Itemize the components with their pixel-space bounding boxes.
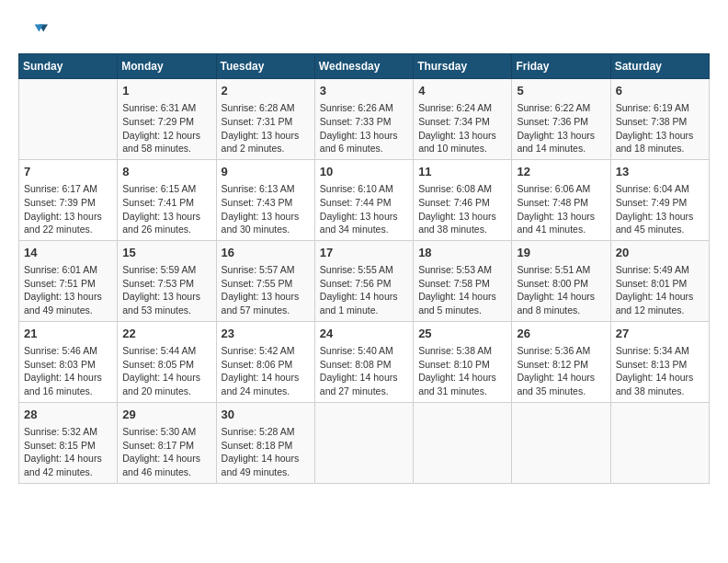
header-wednesday: Wednesday (314, 54, 413, 79)
day-info: and 14 minutes. (517, 142, 605, 155)
calendar-header: SundayMondayTuesdayWednesdayThursdayFrid… (19, 54, 710, 79)
day-info: and 1 minute. (320, 304, 408, 317)
day-info: Daylight: 14 hours (517, 371, 605, 385)
day-number: 23 (222, 326, 310, 342)
day-info: and 6 minutes. (320, 142, 408, 155)
header-monday: Monday (118, 54, 216, 79)
calendar-cell: 29Sunrise: 5:30 AMSunset: 8:17 PMDayligh… (118, 402, 216, 483)
day-number: 9 (222, 164, 310, 180)
calendar-cell: 3Sunrise: 6:26 AMSunset: 7:33 PMDaylight… (314, 79, 413, 160)
header-saturday: Saturday (610, 54, 709, 79)
day-info: Sunrise: 6:01 AM (24, 263, 112, 277)
day-number: 22 (122, 326, 210, 342)
day-info: Sunrise: 6:15 AM (122, 182, 210, 196)
day-info: Daylight: 14 hours (517, 290, 605, 304)
day-info: Daylight: 14 hours (616, 371, 704, 385)
day-number: 1 (122, 83, 210, 99)
day-info: and 24 minutes. (222, 385, 310, 398)
day-number: 24 (320, 326, 408, 342)
day-info: Sunset: 8:03 PM (24, 358, 112, 372)
day-number: 14 (24, 245, 112, 261)
day-info: and 16 minutes. (24, 385, 112, 398)
day-info: Sunset: 8:12 PM (517, 358, 605, 372)
day-info: Daylight: 14 hours (418, 371, 506, 385)
day-info: Daylight: 13 hours (616, 129, 704, 143)
day-info: Sunset: 7:29 PM (122, 115, 210, 129)
day-info: Sunset: 8:17 PM (122, 439, 210, 453)
day-info: Daylight: 13 hours (222, 290, 310, 304)
calendar-body: 1Sunrise: 6:31 AMSunset: 7:29 PMDaylight… (19, 79, 710, 484)
day-number: 5 (517, 83, 605, 99)
day-info: Sunrise: 5:28 AM (222, 425, 310, 439)
header-sunday: Sunday (19, 54, 118, 79)
day-info: and 30 minutes. (222, 223, 310, 236)
day-number: 8 (122, 164, 210, 180)
day-number: 16 (222, 245, 310, 261)
calendar-cell: 30Sunrise: 5:28 AMSunset: 8:18 PMDayligh… (216, 402, 314, 483)
day-info: Daylight: 14 hours (616, 290, 704, 304)
day-info: Sunset: 7:55 PM (222, 277, 310, 291)
day-info: and 45 minutes. (616, 223, 704, 236)
day-info: Sunset: 8:06 PM (222, 358, 310, 372)
calendar-cell: 23Sunrise: 5:42 AMSunset: 8:06 PMDayligh… (216, 321, 314, 402)
day-info: Sunrise: 5:32 AM (24, 425, 112, 439)
day-info: Sunset: 7:38 PM (616, 115, 704, 129)
calendar-cell: 10Sunrise: 6:10 AMSunset: 7:44 PMDayligh… (314, 159, 413, 240)
day-info: Sunset: 8:00 PM (517, 277, 605, 291)
day-number: 10 (320, 164, 408, 180)
calendar-cell: 13Sunrise: 6:04 AMSunset: 7:49 PMDayligh… (610, 159, 709, 240)
day-number: 17 (320, 245, 408, 261)
calendar-cell: 24Sunrise: 5:40 AMSunset: 8:08 PMDayligh… (314, 321, 413, 402)
day-info: Daylight: 12 hours (122, 129, 210, 143)
day-info: Daylight: 14 hours (320, 371, 408, 385)
day-info: Sunrise: 6:04 AM (616, 182, 704, 196)
calendar-cell: 8Sunrise: 6:15 AMSunset: 7:41 PMDaylight… (118, 159, 216, 240)
calendar-cell: 1Sunrise: 6:31 AMSunset: 7:29 PMDaylight… (118, 79, 216, 160)
day-info: Sunset: 8:15 PM (24, 439, 112, 453)
day-info: Sunset: 7:39 PM (24, 196, 112, 210)
day-info: Sunset: 7:34 PM (418, 115, 506, 129)
day-info: Daylight: 14 hours (418, 290, 506, 304)
calendar-cell: 18Sunrise: 5:53 AMSunset: 7:58 PMDayligh… (414, 240, 512, 321)
day-info: Sunset: 7:44 PM (320, 196, 408, 210)
day-info: Sunset: 7:36 PM (517, 115, 605, 129)
day-info: Sunset: 7:58 PM (418, 277, 506, 291)
day-info: Daylight: 13 hours (418, 129, 506, 143)
day-info: Sunrise: 5:59 AM (122, 263, 210, 277)
day-info: Sunrise: 5:42 AM (222, 344, 310, 358)
day-info: and 35 minutes. (517, 385, 605, 398)
day-info: Sunrise: 6:08 AM (418, 182, 506, 196)
week-row-3: 14Sunrise: 6:01 AMSunset: 7:51 PMDayligh… (19, 240, 710, 321)
day-info: Sunrise: 5:55 AM (320, 263, 408, 277)
calendar-cell: 12Sunrise: 6:06 AMSunset: 7:48 PMDayligh… (512, 159, 610, 240)
day-info: Sunset: 7:51 PM (24, 277, 112, 291)
week-row-1: 1Sunrise: 6:31 AMSunset: 7:29 PMDaylight… (19, 79, 710, 160)
day-info: and 41 minutes. (517, 223, 605, 236)
calendar-cell: 11Sunrise: 6:08 AMSunset: 7:46 PMDayligh… (414, 159, 512, 240)
day-info: Sunrise: 5:46 AM (24, 344, 112, 358)
day-info: Sunrise: 6:22 AM (517, 101, 605, 115)
day-info: and 34 minutes. (320, 223, 408, 236)
day-info: Sunrise: 6:31 AM (122, 101, 210, 115)
calendar-cell: 15Sunrise: 5:59 AMSunset: 7:53 PMDayligh… (118, 240, 216, 321)
calendar-cell: 20Sunrise: 5:49 AMSunset: 8:01 PMDayligh… (610, 240, 709, 321)
day-info: Sunrise: 6:10 AM (320, 182, 408, 196)
logo-icon (18, 18, 48, 48)
page-header (18, 18, 710, 48)
day-info: and 5 minutes. (418, 304, 506, 317)
day-info: Sunrise: 5:34 AM (616, 344, 704, 358)
day-number: 19 (517, 245, 605, 261)
day-info: and 20 minutes. (122, 385, 210, 398)
calendar-cell: 28Sunrise: 5:32 AMSunset: 8:15 PMDayligh… (19, 402, 118, 483)
calendar-cell: 22Sunrise: 5:44 AMSunset: 8:05 PMDayligh… (118, 321, 216, 402)
calendar-cell: 21Sunrise: 5:46 AMSunset: 8:03 PMDayligh… (19, 321, 118, 402)
calendar-cell: 19Sunrise: 5:51 AMSunset: 8:00 PMDayligh… (512, 240, 610, 321)
day-number: 21 (24, 326, 112, 342)
day-info: and 53 minutes. (122, 304, 210, 317)
day-info: and 49 minutes. (24, 304, 112, 317)
day-number: 25 (418, 326, 506, 342)
calendar-cell: 26Sunrise: 5:36 AMSunset: 8:12 PMDayligh… (512, 321, 610, 402)
day-info: Sunrise: 6:06 AM (517, 182, 605, 196)
day-info: Daylight: 13 hours (24, 290, 112, 304)
day-info: Daylight: 13 hours (517, 210, 605, 224)
